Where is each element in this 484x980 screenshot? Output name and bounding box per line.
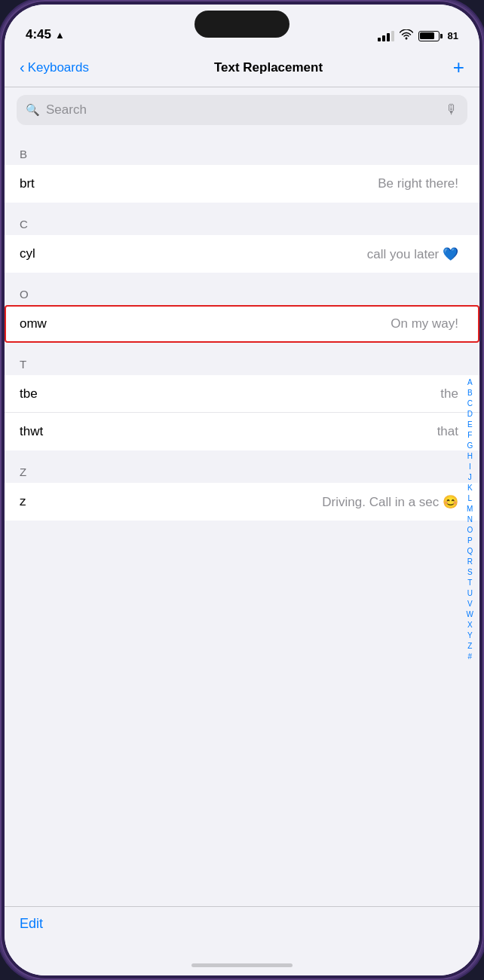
list-item-z[interactable]: z Driving. Call in a sec 😊 [5, 483, 479, 521]
section-c: C cyl call you later 💙 [5, 203, 479, 273]
index-r[interactable]: R [464, 557, 476, 566]
home-indicator [5, 954, 479, 975]
section-header-b: B [5, 133, 479, 165]
phrase-cyl: call you later 💙 [95, 246, 464, 262]
page-title: Text Replacement [110, 60, 427, 75]
index-y[interactable]: Y [464, 630, 476, 640]
location-icon: ▲ [55, 29, 65, 41]
shortcut-z: z [20, 494, 95, 509]
battery-icon [418, 31, 443, 41]
home-bar [191, 963, 293, 967]
content-area: B brt Be right there! C cyl call you lat… [5, 133, 479, 906]
index-m[interactable]: M [464, 504, 476, 514]
index-x[interactable]: X [464, 620, 476, 630]
section-t: T tbe the thwt that [5, 343, 479, 450]
index-o[interactable]: O [464, 525, 476, 535]
back-chevron-icon: ‹ [20, 60, 25, 75]
list-item-cyl[interactable]: cyl call you later 💙 [5, 235, 479, 273]
section-header-o: O [5, 273, 479, 305]
time-display: 4:45 [26, 27, 51, 42]
list-item-brt[interactable]: brt Be right there! [5, 165, 479, 203]
section-header-c: C [5, 203, 479, 235]
shortcut-omw: omw [20, 316, 95, 331]
index-d[interactable]: D [464, 409, 476, 419]
wifi-icon [400, 29, 413, 42]
phrase-omw: On my way! [95, 316, 464, 331]
search-bar[interactable]: 🔍 Search 🎙 [17, 95, 467, 125]
index-p[interactable]: P [464, 536, 476, 545]
phrase-brt: Be right there! [95, 176, 464, 191]
list-item-thwt[interactable]: thwt that [5, 413, 479, 450]
back-label: Keyboards [28, 60, 89, 75]
phrase-z: Driving. Call in a sec 😊 [95, 494, 464, 510]
index-h[interactable]: H [464, 451, 476, 461]
section-header-t: T [5, 343, 479, 375]
search-input[interactable]: Search [46, 102, 440, 118]
index-a[interactable]: A [464, 377, 476, 387]
signal-bars [378, 31, 394, 41]
status-time: 4:45 ▲ [26, 27, 65, 42]
shortcut-thwt: thwt [20, 424, 95, 439]
section-header-z: Z [5, 450, 479, 483]
list-section-o: omw On my way! [5, 305, 479, 343]
microphone-icon[interactable]: 🎙 [446, 102, 458, 118]
search-icon: 🔍 [26, 103, 40, 117]
signal-bar-1 [378, 38, 381, 41]
shortcut-brt: brt [20, 176, 95, 191]
shortcut-tbe: tbe [20, 386, 95, 401]
bottom-spacer [5, 521, 479, 566]
phrase-tbe: the [95, 386, 464, 401]
section-z: Z z Driving. Call in a sec 😊 [5, 450, 479, 521]
index-q[interactable]: Q [464, 546, 476, 556]
add-button[interactable]: + [434, 56, 464, 79]
back-button[interactable]: ‹ Keyboards [20, 60, 103, 75]
index-f[interactable]: F [464, 430, 476, 440]
section-b: B brt Be right there! [5, 133, 479, 203]
list-item-omw[interactable]: omw On my way! [5, 305, 479, 343]
list-section-c: cyl call you later 💙 [5, 235, 479, 273]
index-l[interactable]: L [464, 493, 476, 503]
signal-bar-2 [382, 35, 385, 41]
signal-bar-3 [387, 33, 390, 41]
edit-button[interactable]: Edit [20, 916, 43, 932]
list-section-b: brt Be right there! [5, 165, 479, 203]
section-o: O omw On my way! [5, 273, 479, 343]
nav-header: ‹ Keyboards Text Replacement + [5, 48, 479, 87]
index-b[interactable]: B [464, 388, 476, 398]
alphabet-index: A B C D E F G H I J K L M N O P Q R S T [464, 133, 476, 906]
index-hash[interactable]: # [464, 652, 476, 661]
dynamic-island [195, 11, 289, 38]
index-v[interactable]: V [464, 599, 476, 609]
bottom-toolbar: Edit [5, 906, 479, 954]
list-item-tbe[interactable]: tbe the [5, 375, 479, 413]
phrase-thwt: that [95, 424, 464, 439]
list-section-z: z Driving. Call in a sec 😊 [5, 483, 479, 521]
index-t[interactable]: T [464, 578, 476, 588]
index-z[interactable]: Z [464, 641, 476, 651]
signal-bar-4 [391, 31, 394, 41]
index-g[interactable]: G [464, 441, 476, 450]
screen: 4:45 ▲ [5, 5, 479, 975]
index-w[interactable]: W [464, 609, 476, 619]
battery-percent: 81 [448, 30, 458, 41]
list-section-t: tbe the thwt that [5, 375, 479, 450]
phone-frame: 4:45 ▲ [0, 0, 484, 980]
index-c[interactable]: C [464, 398, 476, 408]
index-i[interactable]: I [464, 462, 476, 472]
search-container: 🔍 Search 🎙 [5, 87, 479, 133]
index-e[interactable]: E [464, 420, 476, 429]
index-j[interactable]: J [464, 472, 476, 482]
index-s[interactable]: S [464, 567, 476, 577]
index-k[interactable]: K [464, 483, 476, 493]
shortcut-cyl: cyl [20, 246, 95, 261]
status-icons: 81 [378, 29, 458, 42]
index-n[interactable]: N [464, 514, 476, 524]
index-u[interactable]: U [464, 588, 476, 598]
